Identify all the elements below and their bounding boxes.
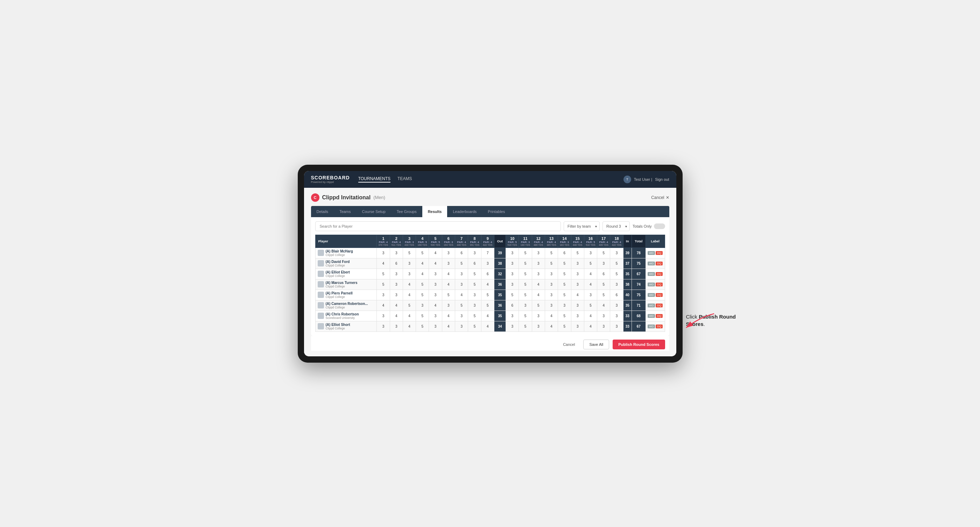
sign-out-link[interactable]: Sign out	[655, 177, 669, 181]
score-hole-7[interactable]: 5	[455, 300, 468, 311]
score-hole-15[interactable]: 3	[571, 258, 584, 268]
round-select[interactable]: Round 3	[603, 221, 630, 231]
score-hole-8[interactable]: 5	[468, 279, 481, 290]
score-hole-14[interactable]: 3	[558, 300, 571, 311]
score-hole-18[interactable]: 3	[610, 248, 623, 258]
score-hole-6[interactable]: 4	[442, 311, 455, 321]
score-hole-12[interactable]: 4	[532, 290, 545, 300]
score-hole-17[interactable]: 3	[597, 321, 610, 332]
score-hole-3[interactable]: 4	[403, 290, 416, 300]
score-hole-13[interactable]: 3	[545, 300, 558, 311]
score-hole-4[interactable]: 4	[416, 268, 429, 279]
search-input[interactable]	[315, 221, 561, 231]
score-hole-9[interactable]: 5	[481, 300, 494, 311]
score-hole-8[interactable]: 3	[468, 248, 481, 258]
score-hole-5[interactable]: 3	[429, 321, 442, 332]
dq-badge[interactable]: DQ	[655, 272, 663, 276]
score-hole-9[interactable]: 4	[481, 321, 494, 332]
score-hole-14[interactable]: 5	[558, 321, 571, 332]
score-hole-7[interactable]: 4	[455, 290, 468, 300]
score-hole-1[interactable]: 4	[377, 300, 390, 311]
score-hole-12[interactable]: 3	[532, 268, 545, 279]
score-hole-14[interactable]: 6	[558, 248, 571, 258]
tab-details[interactable]: Details	[311, 206, 334, 217]
wd-badge[interactable]: WD	[648, 262, 655, 265]
score-hole-2[interactable]: 3	[390, 321, 403, 332]
dq-badge[interactable]: DQ	[655, 293, 663, 297]
score-hole-11[interactable]: 3	[519, 300, 532, 311]
score-hole-7[interactable]: 3	[455, 279, 468, 290]
tab-results[interactable]: Results	[422, 206, 447, 217]
score-hole-18[interactable]: 6	[610, 290, 623, 300]
score-hole-7[interactable]: 3	[455, 321, 468, 332]
score-hole-8[interactable]: 3	[468, 300, 481, 311]
score-hole-13[interactable]: 5	[545, 248, 558, 258]
score-hole-2[interactable]: 4	[390, 311, 403, 321]
tab-leaderboards[interactable]: Leaderboards	[447, 206, 482, 217]
score-hole-7[interactable]: 6	[455, 248, 468, 258]
score-hole-16[interactable]: 4	[584, 279, 597, 290]
score-hole-13[interactable]: 3	[545, 290, 558, 300]
score-hole-18[interactable]: 5	[610, 258, 623, 268]
score-hole-6[interactable]: 3	[442, 300, 455, 311]
score-hole-2[interactable]: 3	[390, 279, 403, 290]
score-hole-16[interactable]: 4	[584, 268, 597, 279]
score-hole-2[interactable]: 4	[390, 300, 403, 311]
score-hole-10[interactable]: 3	[506, 258, 519, 268]
filter-team-select[interactable]: Filter by team	[564, 221, 600, 231]
score-hole-1[interactable]: 3	[377, 248, 390, 258]
wd-badge[interactable]: WD	[648, 324, 655, 329]
score-hole-3[interactable]: 5	[403, 248, 416, 258]
score-hole-7[interactable]: 3	[455, 311, 468, 321]
score-hole-12[interactable]: 3	[532, 248, 545, 258]
score-hole-8[interactable]: 6	[468, 258, 481, 268]
score-hole-2[interactable]: 6	[390, 258, 403, 268]
score-hole-6[interactable]: 3	[442, 258, 455, 268]
score-hole-6[interactable]: 5	[442, 290, 455, 300]
score-hole-1[interactable]: 3	[377, 311, 390, 321]
score-hole-8[interactable]: 3	[468, 290, 481, 300]
score-hole-6[interactable]: 4	[442, 321, 455, 332]
score-hole-9[interactable]: 6	[481, 268, 494, 279]
score-hole-4[interactable]: 5	[416, 321, 429, 332]
score-hole-11[interactable]: 5	[519, 290, 532, 300]
score-hole-18[interactable]: 3	[610, 279, 623, 290]
score-hole-2[interactable]: 3	[390, 290, 403, 300]
score-hole-4[interactable]: 5	[416, 248, 429, 258]
score-hole-15[interactable]: 3	[571, 300, 584, 311]
score-hole-4[interactable]: 5	[416, 279, 429, 290]
wd-badge[interactable]: WD	[648, 272, 655, 276]
score-hole-17[interactable]: 3	[597, 311, 610, 321]
score-hole-8[interactable]: 5	[468, 268, 481, 279]
score-hole-12[interactable]: 4	[532, 279, 545, 290]
score-hole-6[interactable]: 4	[442, 268, 455, 279]
score-hole-3[interactable]: 4	[403, 321, 416, 332]
score-hole-14[interactable]: 5	[558, 268, 571, 279]
score-hole-10[interactable]: 3	[506, 321, 519, 332]
score-hole-12[interactable]: 3	[532, 258, 545, 268]
score-hole-11[interactable]: 5	[519, 248, 532, 258]
dq-badge[interactable]: DQ	[655, 251, 663, 255]
score-hole-7[interactable]: 5	[455, 258, 468, 268]
score-hole-14[interactable]: 5	[558, 311, 571, 321]
dq-badge[interactable]: DQ	[655, 262, 663, 265]
totals-toggle-switch[interactable]	[654, 224, 665, 229]
score-hole-14[interactable]: 5	[558, 290, 571, 300]
score-hole-4[interactable]: 5	[416, 311, 429, 321]
score-hole-15[interactable]: 3	[571, 279, 584, 290]
score-hole-16[interactable]: 4	[584, 311, 597, 321]
score-hole-11[interactable]: 5	[519, 311, 532, 321]
score-hole-11[interactable]: 5	[519, 321, 532, 332]
score-hole-3[interactable]: 3	[403, 258, 416, 268]
score-hole-15[interactable]: 4	[571, 290, 584, 300]
score-hole-13[interactable]: 4	[545, 321, 558, 332]
score-hole-5[interactable]: 4	[429, 248, 442, 258]
score-hole-13[interactable]: 5	[545, 258, 558, 268]
score-hole-18[interactable]: 3	[610, 311, 623, 321]
nav-teams[interactable]: TEAMS	[398, 176, 412, 183]
score-hole-3[interactable]: 4	[403, 279, 416, 290]
score-hole-10[interactable]: 3	[506, 279, 519, 290]
score-hole-4[interactable]: 4	[416, 258, 429, 268]
score-hole-18[interactable]: 3	[610, 321, 623, 332]
score-hole-16[interactable]: 5	[584, 258, 597, 268]
